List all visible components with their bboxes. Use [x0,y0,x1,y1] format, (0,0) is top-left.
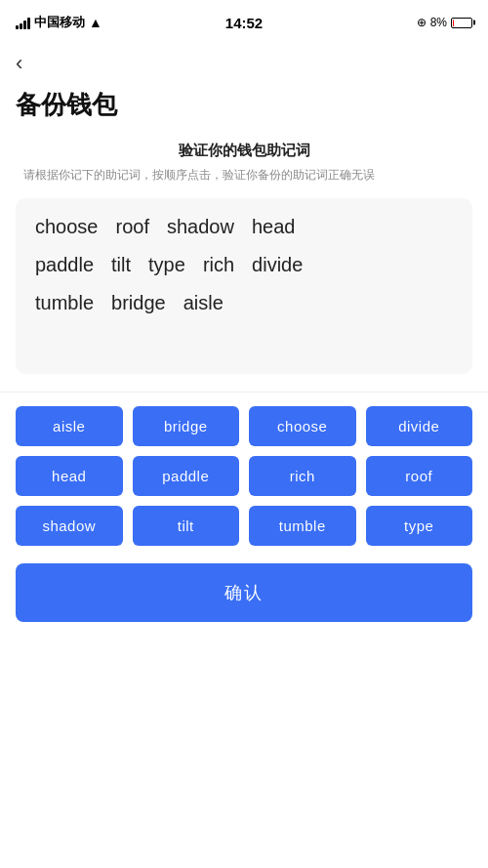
back-button[interactable]: ‹ [16,47,22,80]
word-tilt: tilt [111,254,131,276]
signal-icon [16,16,30,29]
status-right: ⊕ 8% [417,16,472,29]
word-btn-aisle[interactable]: aisle [16,406,123,446]
divider [0,392,488,393]
word-row-3: tumble bridge aisle [35,292,453,314]
word-row-1: choose roof shadow head [35,216,453,238]
wifi-icon: ▲ [89,15,102,30]
confirm-button[interactable]: 确认 [16,563,472,622]
word-divide: divide [252,254,303,276]
battery-percent: 8% [430,16,447,29]
word-bridge: bridge [111,292,166,314]
word-btn-choose[interactable]: choose [249,406,356,446]
word-type: type [148,254,185,276]
page-title: 备份钱包 [16,88,472,122]
word-btn-shadow[interactable]: shadow [16,506,123,546]
word-btn-tumble[interactable]: tumble [249,506,356,546]
page-header: ‹ 备份钱包 [0,39,488,142]
section-desc: 请根据你记下的助记词，按顺序点击，验证你备份的助记词正确无误 [0,166,488,185]
word-btn-head[interactable]: head [16,456,123,496]
section-title: 验证你的钱包助记词 [0,142,488,160]
word-row-2: paddle tilt type rich divide [35,254,453,276]
word-shadow: shadow [167,216,234,238]
word-roof: roof [116,216,149,238]
word-btn-paddle[interactable]: paddle [133,456,240,496]
status-time: 14:52 [225,15,263,31]
word-aisle: aisle [183,292,224,314]
word-btn-roof[interactable]: roof [366,456,473,496]
status-carrier: 中国移动 ▲ [16,14,102,31]
charging-icon: ⊕ [417,16,427,29]
word-paddle: paddle [35,254,94,276]
status-bar: 中国移动 ▲ 14:52 ⊕ 8% [0,0,488,39]
word-btn-divide[interactable]: divide [366,406,473,446]
bottom-space [0,651,488,690]
word-btn-tilt[interactable]: tilt [133,506,240,546]
word-head: head [252,216,296,238]
word-choose: choose [35,216,99,238]
word-display-box: choose roof shadow head paddle tilt type… [16,198,472,374]
word-tumble: tumble [35,292,94,314]
confirm-button-wrap: 确认 [0,563,488,651]
word-rich: rich [203,254,234,276]
battery-icon [451,18,472,28]
word-btn-rich[interactable]: rich [249,456,356,496]
carrier-label: 中国移动 [34,14,85,31]
word-buttons-grid: aisle bridge choose divide head paddle r… [0,406,488,546]
word-btn-bridge[interactable]: bridge [133,406,240,446]
word-btn-type[interactable]: type [366,506,473,546]
